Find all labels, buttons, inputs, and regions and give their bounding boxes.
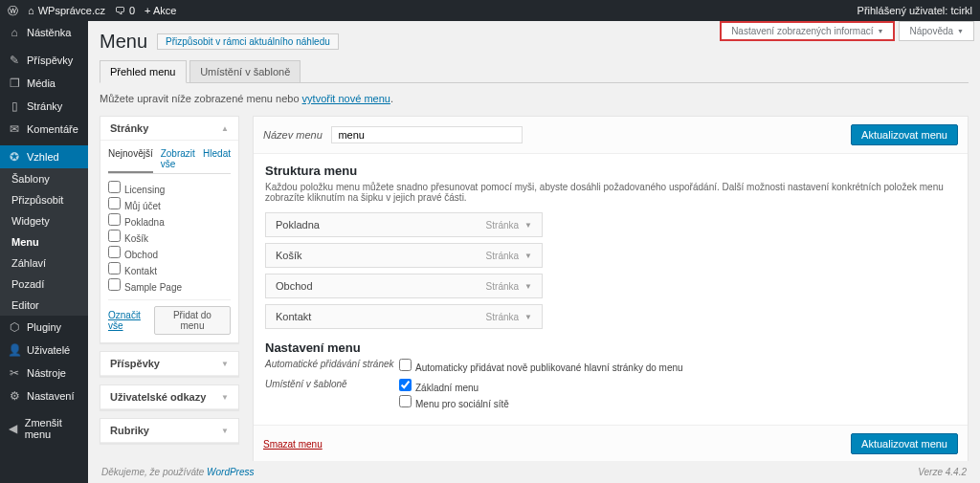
sidebar-item-appearance[interactable]: ✪Vzhled (0, 145, 88, 168)
chevron-down-icon[interactable]: ▼ (524, 252, 532, 260)
menu-name-label: Název menu (263, 129, 323, 141)
tab-manage-locations[interactable]: Umístění v šabloně (189, 60, 301, 82)
metabox-pages-toggle[interactable]: Stránky▲ (100, 117, 238, 141)
brush-icon: ✪ (8, 150, 21, 164)
sidebar-item-pages[interactable]: ▯Stránky (0, 95, 88, 118)
media-icon: ❐ (8, 77, 21, 90)
menu-item[interactable]: KošíkStránka▼ (265, 243, 543, 268)
tab-manage-menus[interactable]: Přehled menu (100, 60, 187, 83)
sidebar-item-comments[interactable]: ✉Komentáře (0, 118, 88, 141)
comments-link[interactable]: 🗨 0 (115, 5, 135, 16)
page-checkbox[interactable]: Můj účet (108, 196, 231, 212)
location-social-checkbox[interactable]: Menu pro sociální sítě (399, 395, 509, 409)
admin-footer: Děkujeme, že používáte WordPress Verze 4… (88, 461, 980, 483)
add-to-menu-button[interactable]: Přidat do menu (154, 306, 231, 335)
new-content-link[interactable]: + Akce (145, 5, 176, 16)
pages-tab-recent[interactable]: Nejnovější (108, 148, 153, 173)
chevron-down-icon[interactable]: ▼ (524, 282, 532, 291)
sidebar-item-users[interactable]: 👤Uživatelé (0, 339, 88, 362)
sidebar-item-editor[interactable]: Editor (0, 295, 88, 316)
admin-sidebar: ⌂Nástěnka ✎Příspěvky ❐Média ▯Stránky ✉Ko… (0, 21, 88, 483)
sidebar-item-customize[interactable]: Přizpůsobit (0, 189, 88, 210)
sidebar-appearance-submenu: Šablony Přizpůsobit Widgety Menu Záhlaví… (0, 168, 88, 316)
page-title: Menu (100, 31, 147, 53)
location-primary-checkbox[interactable]: Základní menu (399, 379, 509, 393)
wordpress-link[interactable]: WordPress (207, 467, 254, 477)
menu-item[interactable]: ObchodStránka▼ (265, 274, 543, 298)
sidebar-item-settings[interactable]: ⚙Nastavení (0, 384, 88, 407)
comment-icon: ✉ (8, 122, 21, 136)
main-content: Nastavení zobrazených informací▼ Nápověd… (88, 21, 980, 483)
metabox-categories: Rubriky▼ (100, 418, 239, 444)
menu-name-input[interactable] (331, 126, 523, 143)
page-icon: ▯ (8, 99, 21, 113)
metabox-categories-toggle[interactable]: Rubriky▼ (100, 419, 238, 443)
sidebar-item-background[interactable]: Pozadí (0, 274, 88, 295)
page-checkbox[interactable]: Sample Page (108, 277, 231, 294)
save-menu-button-bottom[interactable]: Aktualizovat menu (851, 433, 958, 454)
version-text: Verze 4.4.2 (918, 467, 967, 477)
wordpress-logo-icon[interactable]: ⓦ (8, 4, 18, 18)
locations-label: Umístění v šabloně (265, 379, 399, 389)
sidebar-item-themes[interactable]: Šablony (0, 168, 88, 189)
delete-menu-link[interactable]: Smazat menu (263, 439, 323, 450)
pages-checklist: Licensing Můj účet Pokladna Košík Obchod… (108, 180, 231, 294)
chevron-down-icon[interactable]: ▼ (524, 313, 532, 321)
site-name-link[interactable]: ⌂ WPsprávce.cz (28, 5, 105, 16)
chevron-down-icon: ▼ (221, 393, 229, 402)
page-checkbox[interactable]: Kontakt (108, 261, 231, 277)
chevron-down-icon: ▼ (221, 427, 229, 435)
auto-add-label: Automatické přidávání stránek (265, 359, 399, 369)
metabox-links-toggle[interactable]: Uživatelské odkazy▼ (100, 385, 238, 409)
collapse-icon: ◀ (8, 422, 19, 435)
sidebar-item-menus[interactable]: Menu (0, 231, 88, 252)
dashboard-icon: ⌂ (8, 26, 21, 39)
chevron-down-icon: ▼ (957, 28, 964, 34)
page-checkbox[interactable]: Košík (108, 229, 231, 245)
chevron-down-icon: ▼ (878, 28, 884, 34)
tool-icon: ✂ (8, 366, 21, 380)
menu-item[interactable]: PokladnaStránka▼ (265, 212, 543, 237)
sidebar-item-posts[interactable]: ✎Příspěvky (0, 49, 88, 72)
chevron-down-icon[interactable]: ▼ (524, 221, 532, 230)
save-menu-button-top[interactable]: Aktualizovat menu (851, 124, 958, 145)
create-new-menu-link[interactable]: vytvořit nové menu (302, 93, 390, 104)
sidebar-item-plugins[interactable]: ⬡Pluginy (0, 316, 88, 339)
select-all-pages-link[interactable]: Označit vše (108, 310, 154, 331)
pages-tab-all[interactable]: Zobrazit vše (161, 148, 195, 173)
sidebar-item-dashboard[interactable]: ⌂Nástěnka (0, 21, 88, 44)
menu-item[interactable]: KontaktStránka▼ (265, 304, 543, 329)
menu-structure-help: Každou položku menu můžete snadno přesun… (265, 182, 956, 203)
chevron-down-icon: ▼ (221, 360, 229, 368)
sidebar-item-tools[interactable]: ✂Nástroje (0, 362, 88, 384)
auto-add-checkbox[interactable]: Automaticky přidávat nově publikované hl… (399, 359, 683, 373)
pages-tab-search[interactable]: Hledat (203, 148, 231, 173)
customize-menus-button[interactable]: Přizpůsobit v rámci aktuálního náhledu (157, 33, 339, 50)
metabox-posts: Příspěvky▼ (100, 351, 239, 377)
page-checkbox[interactable]: Obchod (108, 245, 231, 261)
sidebar-collapse[interactable]: ◀Zmenšit menu (0, 412, 88, 445)
page-checkbox[interactable]: Pokladna (108, 212, 231, 229)
menu-frame: Název menu Aktualizovat menu Struktura m… (253, 116, 969, 463)
plugin-icon: ⬡ (8, 320, 21, 334)
sidebar-item-header[interactable]: Záhlaví (0, 252, 88, 274)
menu-settings-title: Nastavení menu (265, 340, 956, 355)
menu-items-list: PokladnaStránka▼ KošíkStránka▼ ObchodStr… (265, 212, 956, 329)
metabox-pages: Stránky▲ Nejnovější Zobrazit vše Hledat … (100, 116, 239, 343)
sidebar-item-widgets[interactable]: Widgety (0, 210, 88, 231)
metabox-posts-toggle[interactable]: Příspěvky▼ (100, 352, 238, 376)
user-greeting[interactable]: Přihlášený uživatel: tcirkl (858, 5, 972, 16)
info-text: Můžete upravit níže zobrazené menu nebo … (100, 93, 969, 104)
chevron-up-icon: ▲ (221, 124, 229, 133)
sidebar-item-media[interactable]: ❐Média (0, 72, 88, 95)
menu-structure-title: Struktura menu (265, 164, 956, 178)
pin-icon: ✎ (8, 54, 21, 67)
screen-options-button[interactable]: Nastavení zobrazených informací▼ (720, 21, 895, 41)
page-checkbox[interactable]: Licensing (108, 180, 231, 196)
help-button[interactable]: Nápověda▼ (899, 21, 974, 41)
admin-bar: ⓦ ⌂ WPsprávce.cz 🗨 0 + Akce Přihlášený u… (0, 0, 980, 21)
nav-tabs: Přehled menu Umístění v šabloně (100, 60, 969, 83)
user-icon: 👤 (8, 343, 21, 357)
settings-icon: ⚙ (8, 389, 21, 403)
metabox-links: Uživatelské odkazy▼ (100, 384, 239, 410)
